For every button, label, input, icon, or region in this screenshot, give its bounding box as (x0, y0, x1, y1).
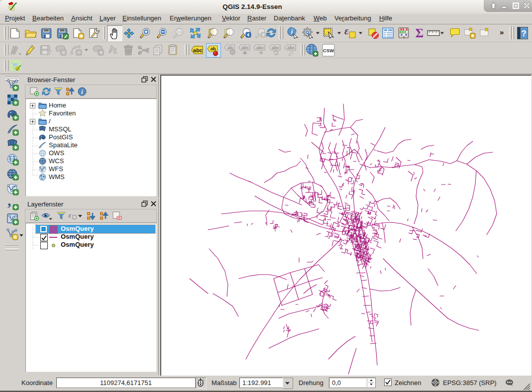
svg-text:,: , (7, 198, 11, 208)
svg-text:ε: ε (69, 212, 71, 219)
